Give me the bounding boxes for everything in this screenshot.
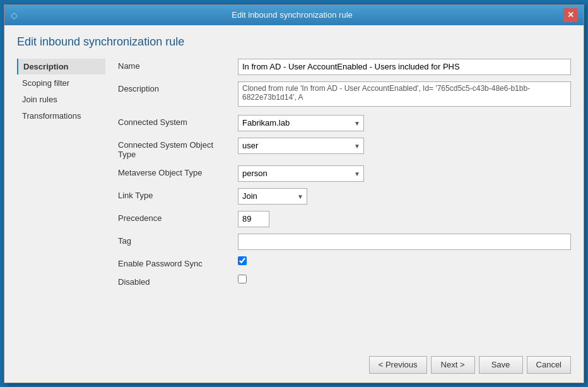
enable-password-sync-checkbox[interactable] — [238, 256, 247, 265]
form-area: Name Description Cloned from rule 'In fr… — [118, 59, 571, 343]
enable-password-sync-label: Enable Password Sync — [118, 256, 232, 268]
sidebar-item-scoping-filter[interactable]: Scoping filter — [17, 75, 105, 91]
connected-system-control-area: Fabrikam.lab ▼ — [238, 115, 571, 131]
sidebar-item-join-rules[interactable]: Join rules — [17, 92, 105, 107]
description-label: Description — [118, 81, 232, 93]
disabled-wrapper — [238, 275, 571, 283]
metaverse-object-type-control-area: person ▼ — [238, 165, 571, 182]
tag-control-area — [238, 234, 571, 250]
precedence-control-area — [238, 211, 571, 227]
metaverse-object-type-select[interactable]: person — [238, 165, 364, 182]
precedence-label: Precedence — [118, 211, 232, 223]
disabled-label: Disabled — [118, 275, 232, 287]
title-bar: ◇ Edit inbound synchronization rule ✕ — [4, 5, 584, 25]
precedence-row: Precedence — [118, 211, 571, 227]
disabled-row: Disabled — [118, 275, 571, 287]
tag-input[interactable] — [238, 234, 571, 250]
link-type-row: Link Type Join ▼ — [118, 188, 571, 205]
sidebar-item-description[interactable]: Description — [17, 59, 105, 74]
disabled-checkbox[interactable] — [238, 275, 247, 283]
enable-password-sync-control-area — [238, 256, 571, 265]
tag-row: Tag — [118, 234, 571, 250]
footer: < Previous Next > Save Cancel — [4, 350, 584, 383]
connected-system-object-type-wrapper: user ▼ — [238, 138, 364, 154]
connected-system-object-type-row: Connected System Object Type user ▼ — [118, 138, 571, 159]
connected-system-row: Connected System Fabrikam.lab ▼ — [118, 115, 571, 131]
link-type-select[interactable]: Join — [238, 188, 307, 205]
previous-button[interactable]: < Previous — [369, 356, 427, 374]
close-button[interactable]: ✕ — [563, 8, 577, 22]
connected-system-select[interactable]: Fabrikam.lab — [238, 115, 364, 131]
dialog-icon: ◇ — [11, 10, 21, 20]
connected-system-wrapper: Fabrikam.lab ▼ — [238, 115, 364, 131]
disabled-control-area — [238, 275, 571, 283]
content-area: Description Scoping filter Join rules Tr… — [17, 59, 571, 343]
connected-system-object-type-control-area: user ▼ — [238, 138, 571, 154]
next-button[interactable]: Next > — [431, 356, 475, 374]
name-control-area — [238, 59, 571, 75]
cancel-button[interactable]: Cancel — [527, 356, 571, 374]
connected-system-object-type-select[interactable]: user — [238, 138, 364, 154]
title-bar-text: Edit inbound synchronization rule — [21, 10, 563, 20]
name-row: Name — [118, 59, 571, 75]
description-control-area: Cloned from rule 'In from AD - User Acco… — [238, 81, 571, 109]
dialog-body: Edit inbound synchronization rule Descri… — [4, 25, 584, 350]
tag-label: Tag — [118, 234, 232, 246]
description-row: Description Cloned from rule 'In from AD… — [118, 81, 571, 109]
link-type-control-area: Join ▼ — [238, 188, 571, 205]
connected-system-label: Connected System — [118, 115, 232, 127]
name-label: Name — [118, 59, 232, 71]
metaverse-object-type-wrapper: person ▼ — [238, 165, 364, 182]
enable-password-sync-row: Enable Password Sync — [118, 256, 571, 268]
enable-password-sync-wrapper — [238, 256, 571, 265]
link-type-wrapper: Join ▼ — [238, 188, 307, 205]
link-type-label: Link Type — [118, 188, 232, 200]
name-input[interactable] — [238, 59, 571, 75]
connected-system-object-type-label: Connected System Object Type — [118, 138, 232, 159]
metaverse-object-type-label: Metaverse Object Type — [118, 165, 232, 177]
dialog: ◇ Edit inbound synchronization rule ✕ Ed… — [4, 4, 584, 383]
save-button[interactable]: Save — [479, 356, 523, 374]
description-input[interactable]: Cloned from rule 'In from AD - User Acco… — [238, 81, 571, 107]
precedence-input[interactable] — [238, 211, 269, 227]
metaverse-object-type-row: Metaverse Object Type person ▼ — [118, 165, 571, 182]
sidebar-item-transformations[interactable]: Transformations — [17, 108, 105, 124]
sidebar: Description Scoping filter Join rules Tr… — [17, 59, 105, 343]
page-title: Edit inbound synchronization rule — [17, 35, 571, 49]
